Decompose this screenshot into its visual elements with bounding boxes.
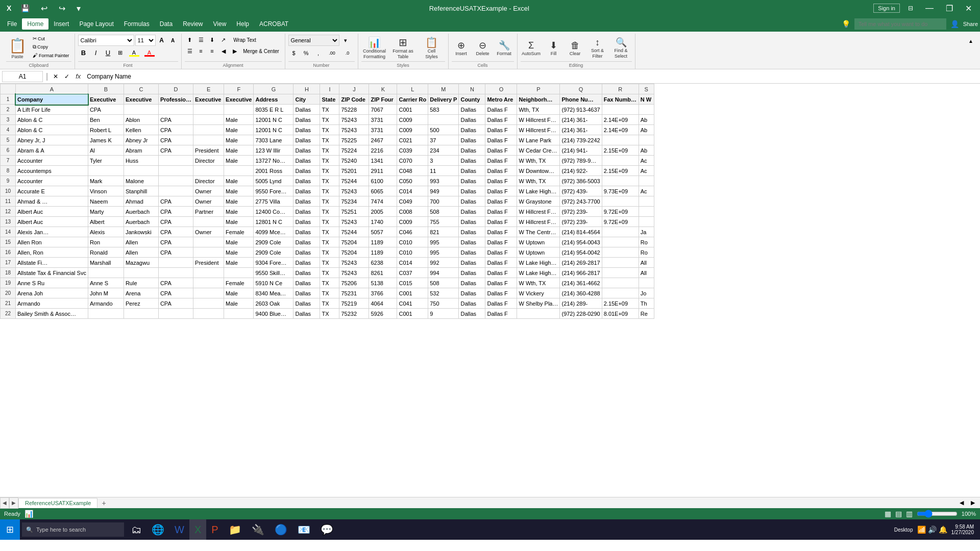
cell-19-S[interactable] [639, 278, 654, 288]
menu-formulas[interactable]: Formulas [119, 18, 155, 30]
cell-12-A[interactable]: Albert Auc [16, 207, 88, 217]
cell-16-P[interactable]: W Uptown [517, 247, 560, 258]
cell-19-D[interactable]: CPA [158, 278, 193, 288]
cell-22-M[interactable]: 9 [428, 309, 459, 319]
menu-insert[interactable]: Insert [48, 18, 74, 30]
zoom-slider[interactable] [917, 510, 958, 518]
cell-17-B[interactable]: Marshall [88, 258, 124, 268]
cell-8-H[interactable]: Dallas [293, 166, 320, 176]
cell-21-H[interactable]: Dallas [293, 298, 320, 309]
cell-7-D[interactable] [158, 156, 193, 166]
cell-22-B[interactable] [88, 309, 124, 319]
cell-7-E[interactable]: Director [193, 156, 224, 166]
cell-8-K[interactable]: 2911 [369, 166, 397, 176]
cell-5-I[interactable]: TX [320, 135, 339, 145]
cell-15-G[interactable]: 2909 Cole [254, 237, 293, 247]
cell-16-O[interactable]: Dallas F [485, 247, 517, 258]
cell-18-J[interactable]: 75243 [339, 268, 369, 278]
cell-11-Q[interactable]: (972) 243-7700 [560, 196, 602, 207]
cell-7-C[interactable]: Huss [124, 156, 158, 166]
cell-21-J[interactable]: 75219 [339, 298, 369, 309]
cell-17-R[interactable] [602, 258, 639, 268]
menu-help[interactable]: Help [231, 18, 254, 30]
cell-5-F[interactable]: Male [224, 135, 254, 145]
merge-center-button[interactable]: Merge & Center [241, 46, 282, 56]
cell-8-J[interactable]: 75201 [339, 166, 369, 176]
cell-9-M[interactable]: 993 [428, 176, 459, 186]
cell-14-R[interactable] [602, 227, 639, 237]
cell-10-R[interactable]: 9.73E+09 [602, 186, 639, 196]
cell-16-Q[interactable]: (214) 954-0042 [560, 247, 602, 258]
cell-10-N[interactable]: Dallas [459, 186, 485, 196]
cell-3-A[interactable]: Ablon & C [16, 115, 88, 125]
cell-8-O[interactable]: Dallas F [485, 166, 517, 176]
cell-19-L[interactable]: C015 [397, 278, 428, 288]
cell-10-J[interactable]: 75243 [339, 186, 369, 196]
cell-4-G[interactable]: 12001 N C [254, 125, 293, 135]
cell-13-P[interactable]: W Hillcrest F… [517, 217, 560, 227]
cell-5-E[interactable] [193, 135, 224, 145]
start-button[interactable]: ⊞ [0, 519, 20, 540]
cell-10-A[interactable]: Accurate E [16, 186, 88, 196]
cell-13-A[interactable]: Albert Auc [16, 217, 88, 227]
cancel-formula-button[interactable]: ✕ [51, 73, 60, 80]
cell-17-P[interactable]: W Lake High… [517, 258, 560, 268]
cell-2-L[interactable]: C001 [397, 105, 428, 115]
cell-6-J[interactable]: 75224 [339, 145, 369, 156]
cell-13-L[interactable]: C009 [397, 217, 428, 227]
cell-9-S[interactable] [639, 176, 654, 186]
cell-3-L[interactable]: C009 [397, 115, 428, 125]
bold-button[interactable]: B [78, 47, 89, 58]
cell-21-E[interactable] [193, 298, 224, 309]
cell-17-Q[interactable]: (214) 269-2817 [560, 258, 602, 268]
cell-22-H[interactable]: Dallas [293, 309, 320, 319]
cell-10-E[interactable]: Owner [193, 186, 224, 196]
cell-17-O[interactable]: Dallas F [485, 258, 517, 268]
cell-6-F[interactable]: Male [224, 145, 254, 156]
scroll-right-button[interactable]: ▶ [968, 498, 978, 508]
cell-18-A[interactable]: Allstate Tax & Financial Svc [16, 268, 88, 278]
cell-8-E[interactable] [193, 166, 224, 176]
cell-7-I[interactable]: TX [320, 156, 339, 166]
cell-1-Q[interactable]: Phone Nu… [560, 94, 602, 105]
cell-21-B[interactable]: Armando [88, 298, 124, 309]
number-format-select[interactable]: General [288, 35, 339, 46]
col-header-G[interactable]: G [254, 84, 293, 94]
col-header-D[interactable]: D [158, 84, 193, 94]
cell-18-M[interactable]: 994 [428, 268, 459, 278]
cell-14-H[interactable]: Dallas [293, 227, 320, 237]
cell-8-P[interactable]: W Downtow… [517, 166, 560, 176]
taskbar-files-app[interactable]: 🗂 [126, 519, 146, 540]
cut-button[interactable]: ✂Cut [31, 35, 71, 42]
cell-14-B[interactable]: Alexis [88, 227, 124, 237]
col-header-N[interactable]: N [459, 84, 485, 94]
cell-10-I[interactable]: TX [320, 186, 339, 196]
format-button[interactable]: 🔧 Format [495, 35, 514, 61]
cell-16-H[interactable]: Dallas [293, 247, 320, 258]
cell-12-Q[interactable]: (972) 239- [560, 207, 602, 217]
cell-16-L[interactable]: C010 [397, 247, 428, 258]
cell-18-K[interactable]: 8261 [369, 268, 397, 278]
cell-19-G[interactable]: 5910 N Ce [254, 278, 293, 288]
cell-21-F[interactable]: Male [224, 298, 254, 309]
cell-5-N[interactable]: Dallas [459, 135, 485, 145]
cell-7-B[interactable]: Tyler [88, 156, 124, 166]
cell-19-O[interactable]: Dallas F [485, 278, 517, 288]
cell-6-P[interactable]: W Cedar Cre… [517, 145, 560, 156]
cell-18-B[interactable] [88, 268, 124, 278]
cell-7-G[interactable]: 13727 No… [254, 156, 293, 166]
cell-22-K[interactable]: 5926 [369, 309, 397, 319]
cell-4-D[interactable]: CPA [158, 125, 193, 135]
cell-2-S[interactable] [639, 105, 654, 115]
cell-20-O[interactable]: Dallas F [485, 288, 517, 298]
copy-button[interactable]: ⧉Copy [31, 43, 71, 51]
cell-3-B[interactable]: Ben [88, 115, 124, 125]
cell-10-G[interactable]: 9550 Fore… [254, 186, 293, 196]
cell-1-N[interactable]: County [459, 94, 485, 105]
taskbar-word-app[interactable]: W [169, 519, 189, 540]
cell-20-F[interactable]: Male [224, 288, 254, 298]
align-right-button[interactable]: ≡ [207, 46, 217, 56]
increase-font-size-button[interactable]: A [157, 35, 167, 45]
menu-acrobat[interactable]: ACROBAT [254, 18, 293, 30]
cell-4-N[interactable]: Dallas [459, 125, 485, 135]
